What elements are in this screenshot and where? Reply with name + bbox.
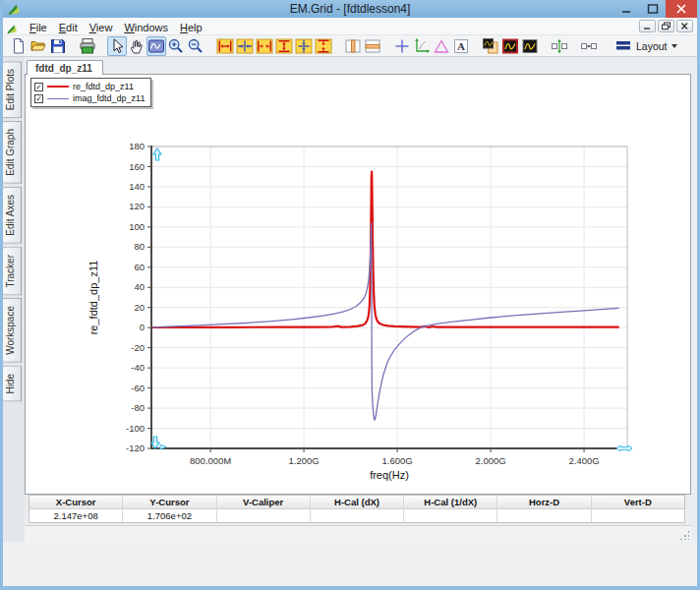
layout-label: Layout: [636, 40, 668, 52]
svg-text:120: 120: [129, 201, 145, 211]
legend-checkbox[interactable]: ✓: [34, 94, 43, 103]
space-vertical-icon[interactable]: [550, 36, 569, 56]
cursor-marker-bottom-right[interactable]: [616, 445, 632, 451]
client-area: Edit PlotsEdit GraphEdit AxesTrackerWork…: [3, 57, 697, 542]
svg-text:60: 60: [134, 262, 145, 272]
cursor-marker-top-left[interactable]: [153, 148, 161, 160]
mdi-window-buttons: [639, 20, 697, 32]
mdi-restore-button[interactable]: [658, 20, 674, 32]
select-pointer-icon[interactable]: [107, 36, 127, 56]
title-bar: EM.Grid - [fdtdlesson4]: [3, 0, 697, 18]
space-horizontal-icon[interactable]: [579, 36, 599, 56]
legend-item: ✓imag_fdtd_dp_z11: [34, 92, 145, 104]
split-columns-icon[interactable]: [343, 36, 363, 56]
series-imag_fdtd_dp_z11: [152, 223, 619, 420]
svg-text:0: 0: [140, 322, 145, 332]
x-axis-label: freq(Hz): [370, 469, 409, 481]
menu-items: FileEditViewWindowsHelp: [24, 18, 208, 35]
plot-style-red-icon[interactable]: [500, 36, 520, 56]
compress-horizontal-icon[interactable]: [235, 36, 255, 56]
menu-bar: FileEditViewWindowsHelp: [3, 18, 697, 35]
sidebar-tab-strip: Edit PlotsEdit GraphEdit AxesTrackerWork…: [3, 57, 25, 542]
sidebar-tab-edit-plots[interactable]: Edit Plots: [3, 61, 22, 118]
sidebar-tab-edit-graph[interactable]: Edit Graph: [3, 121, 22, 184]
svg-text:40: 40: [134, 281, 145, 292]
mdi-minimize-button[interactable]: [639, 20, 656, 32]
expand-vertical-icon[interactable]: [274, 36, 294, 56]
chart-canvas[interactable]: -120-100-80-60-40-2002040608010012014016…: [26, 75, 691, 541]
sidebar-tab-edit-axes[interactable]: Edit Axes: [3, 187, 22, 244]
toolbar: ALayout: [3, 35, 697, 57]
save-icon[interactable]: [48, 36, 68, 56]
menu-help[interactable]: Help: [174, 21, 208, 34]
sidebar-tab-workspace[interactable]: Workspace: [3, 298, 22, 363]
open-file-icon[interactable]: [29, 36, 48, 56]
split-rows-icon[interactable]: [363, 36, 382, 56]
svg-text:160: 160: [129, 161, 145, 172]
svg-text:1.600G: 1.600G: [382, 455, 413, 466]
cursor-marker-bottom-left[interactable]: [151, 437, 166, 449]
series-re_fdtd_dp_z11: [152, 172, 619, 327]
graph-panel: ✓re_fdtd_dp_z11✓imag_fdtd_dp_z11 -120-10…: [25, 74, 691, 495]
plot-style-icon[interactable]: [520, 36, 540, 56]
svg-text:-40: -40: [131, 362, 145, 373]
svg-text:100: 100: [129, 221, 145, 232]
fit-horizontal-icon[interactable]: [255, 36, 274, 56]
fit-vertical-icon[interactable]: [314, 36, 333, 56]
chevron-down-icon: [671, 44, 677, 48]
zoom-out-icon[interactable]: [186, 36, 205, 56]
sidebar-tab-hide[interactable]: Hide: [3, 366, 22, 402]
svg-text:-100: -100: [126, 423, 145, 434]
svg-text:80: 80: [134, 241, 145, 252]
tab-fdtd-dp-z11[interactable]: fdtd_dp_z11: [27, 60, 103, 75]
menu-view[interactable]: View: [84, 21, 119, 34]
legend-line-sample: [47, 98, 69, 99]
legend-label: imag_fdtd_dp_z11: [73, 93, 145, 103]
zoom-region-icon[interactable]: [146, 36, 166, 56]
menu-file[interactable]: File: [24, 21, 53, 34]
minimize-button[interactable]: [612, 0, 639, 18]
new-document-icon[interactable]: [9, 36, 29, 56]
close-button[interactable]: [666, 0, 697, 18]
menu-edit[interactable]: Edit: [53, 21, 84, 34]
mdi-close-button[interactable]: [676, 20, 693, 32]
svg-text:2.400G: 2.400G: [569, 455, 600, 466]
maximize-button[interactable]: [639, 0, 666, 18]
print-icon[interactable]: [78, 36, 97, 56]
svg-text:-20: -20: [131, 342, 145, 353]
svg-text:180: 180: [129, 141, 145, 151]
legend-checkbox[interactable]: ✓: [34, 83, 43, 91]
legend-label: re_fdtd_dp_z11: [73, 82, 134, 91]
copy-plot-icon[interactable]: [481, 36, 500, 56]
resize-grip[interactable]: [679, 530, 689, 540]
svg-text:20: 20: [134, 302, 145, 313]
menu-windows[interactable]: Windows: [118, 21, 174, 34]
svg-text:2.000G: 2.000G: [476, 455, 506, 466]
compress-vertical-icon[interactable]: [294, 36, 314, 56]
layout-icon: [616, 40, 632, 52]
expand-horizontal-icon[interactable]: [215, 36, 235, 56]
pan-hand-icon[interactable]: [127, 36, 146, 56]
window-title: EM.Grid - [fdtdlesson4]: [3, 2, 697, 16]
plot-legend: ✓re_fdtd_dp_z11✓imag_fdtd_dp_z11: [30, 78, 151, 107]
layout-menu-button[interactable]: Layout: [612, 38, 681, 54]
main-area: fdtd_dp_z11 ✓re_fdtd_dp_z11✓imag_fdtd_dp…: [25, 57, 697, 542]
svg-text:1.200G: 1.200G: [289, 455, 320, 466]
document-tab-row: fdtd_dp_z11: [25, 57, 691, 74]
svg-text:-120: -120: [126, 442, 145, 453]
svg-text:A: A: [457, 40, 465, 52]
legend-item: ✓re_fdtd_dp_z11: [34, 81, 145, 92]
caliper-icon[interactable]: [412, 36, 432, 56]
text-annotation-icon[interactable]: A: [451, 36, 471, 56]
svg-text:-60: -60: [131, 383, 145, 393]
app-window: EM.Grid - [fdtdlesson4] FileEditViewWind…: [0, 0, 700, 590]
zoom-in-icon[interactable]: [166, 36, 186, 56]
add-cursor-icon[interactable]: [392, 36, 412, 56]
delta-marker-icon[interactable]: [432, 36, 451, 56]
status-bar: [25, 525, 691, 542]
sidebar-tab-tracker[interactable]: Tracker: [3, 247, 22, 296]
svg-text:140: 140: [129, 181, 145, 192]
svg-text:800.000M: 800.000M: [190, 455, 231, 466]
svg-text:-80: -80: [131, 402, 145, 413]
document-system-icon[interactable]: [6, 21, 18, 32]
